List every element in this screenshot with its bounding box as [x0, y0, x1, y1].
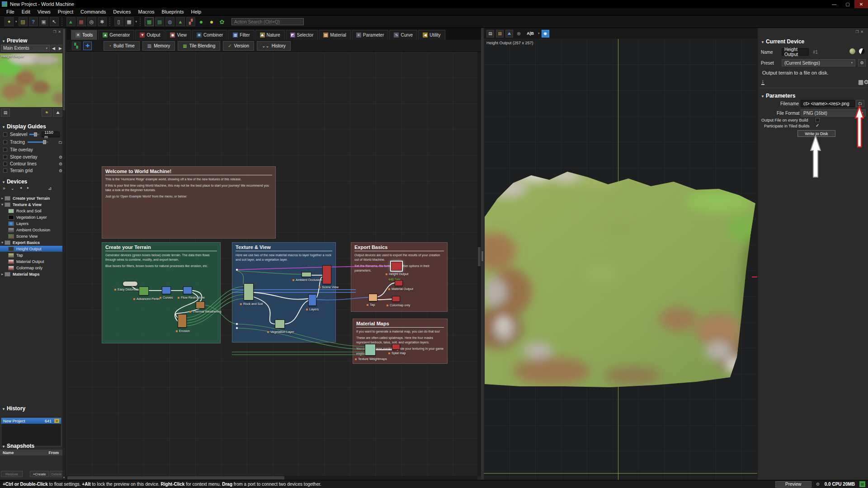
preview-thumbnail[interactable]: Height Output	[0, 53, 66, 107]
contour-lines-gear-icon[interactable]: ⚙	[59, 162, 62, 166]
preview-section-header[interactable]: ▼Preview	[2, 36, 27, 44]
tab-material[interactable]: ▨Material	[319, 30, 351, 40]
node-colormap-only[interactable]	[392, 296, 400, 302]
sealevel-checkbox[interactable]	[3, 132, 7, 136]
tree-item-vegetation-layer[interactable]: Vegetation Layer	[0, 214, 62, 220]
world-commands-button[interactable]: ✱	[98, 17, 107, 26]
node-vegetation-layer[interactable]	[275, 319, 285, 328]
tracing-checkbox[interactable]	[3, 140, 7, 144]
tree-item-layers[interactable]: Layers	[0, 221, 62, 226]
layout-graph-button[interactable]: ▩	[145, 17, 154, 26]
ab-caret-icon[interactable]: ▾	[538, 32, 540, 35]
menu-project[interactable]: Project	[54, 8, 77, 15]
resource-monitor-icon[interactable]: ▦	[859, 481, 865, 487]
layout-3d-button[interactable]: ▲	[176, 17, 185, 26]
snapshot-create-button[interactable]: +Create	[30, 471, 49, 477]
navigation-button[interactable]: ◎	[87, 17, 96, 26]
node-ambient-occlusion[interactable]	[302, 272, 311, 277]
devices-expand-all-icon[interactable]: »	[3, 186, 5, 191]
quad-layout-button[interactable]: ▦	[125, 17, 134, 26]
tree-item-export-basics[interactable]: ▾Export Basics	[0, 239, 62, 245]
parameters-header[interactable]: ▼Parameters	[761, 91, 795, 99]
layout-caret[interactable]: ▾	[136, 20, 137, 23]
tab-curve[interactable]: ∿Curve	[389, 30, 417, 40]
tree-item-ambient-occlusion[interactable]: Ambient Occlusion	[0, 227, 62, 233]
group-welcome[interactable]: Welcome to World Machine! This is the 'H…	[102, 166, 276, 239]
slope-overlay-gear-icon[interactable]: ⚙	[59, 155, 62, 160]
pointer-tool-button[interactable]: ↖	[50, 17, 59, 26]
tree-item-rock-and-soil[interactable]: Rock and Soil	[0, 208, 62, 214]
viewport-canvas[interactable]: Height Output (257 x 257)	[484, 39, 757, 480]
terrain-display-icon[interactable]: ⛰	[53, 108, 63, 117]
file-format-dropdown[interactable]: PNG (16bit)▾	[801, 109, 866, 117]
tab-selector[interactable]: ◩Selector	[286, 30, 318, 40]
menu-file[interactable]: File	[3, 8, 18, 15]
layout-globe-button[interactable]: ◍	[165, 17, 175, 26]
build-time-button[interactable]: ◔Build Time	[104, 41, 140, 51]
devices-next-icon[interactable]: ▸	[27, 186, 29, 191]
display-guides-header[interactable]: ▼Display Guides	[2, 122, 46, 130]
memory-button[interactable]: ▥Memory	[142, 41, 175, 51]
group-create-your-terrain[interactable]: Create your Terrain Generator devices (g…	[102, 242, 221, 343]
filename-input[interactable]: ct> <name>-<res>.png	[801, 100, 855, 107]
browse-folder-icon[interactable]: 🗀	[856, 100, 864, 107]
output-every-build-checkbox[interactable]	[816, 118, 820, 122]
tab-view[interactable]: ◉View	[165, 30, 191, 40]
sealevel-value-input[interactable]: 1150 m	[42, 131, 60, 137]
tab-parameter[interactable]: ≡Parameter	[352, 30, 389, 40]
graph-horizontal-scrollbar[interactable]	[66, 476, 477, 480]
node-scene-view[interactable]	[322, 265, 331, 284]
tiled-builds-checkbox[interactable]: ✓	[816, 123, 819, 128]
node-graph-canvas[interactable]: Welcome to World Machine! This is the 'H…	[66, 52, 477, 476]
preview-prev-button[interactable]: ◀	[51, 45, 57, 52]
tree-item-scene-view[interactable]: Scene View	[0, 233, 62, 239]
layout-tiled-button[interactable]: ▩	[155, 17, 164, 26]
tree-item-material-maps[interactable]: ▸Material Maps	[0, 271, 62, 277]
close-panel-icon[interactable]: ✕	[58, 30, 61, 34]
tiled-build-grid-icon[interactable]: ▦⚙	[858, 79, 868, 85]
panel-layout-button[interactable]: ▯	[114, 17, 123, 26]
current-device-header[interactable]: ▼Current Device	[761, 37, 804, 45]
terrain-grid-gear-icon[interactable]: ⚙	[59, 169, 62, 173]
device-world-icon[interactable]	[849, 48, 855, 54]
minimize-button[interactable]: —	[827, 0, 841, 8]
device-view-button[interactable]: ▦	[77, 17, 86, 26]
menu-views[interactable]: Views	[34, 8, 54, 15]
tile-overlay-checkbox[interactable]	[3, 148, 7, 152]
snapshot-restore-button[interactable]: Restore	[1, 471, 23, 477]
tab-filter[interactable]: ▥Filter	[228, 30, 254, 40]
close-panel-icon[interactable]: ✕	[860, 30, 863, 34]
node-texture-weightmaps[interactable]	[365, 344, 376, 356]
tracing-folder-icon[interactable]: 🗀	[58, 140, 62, 145]
terrain-grid-checkbox[interactable]	[3, 169, 7, 173]
history-header[interactable]: ▼History	[2, 404, 25, 412]
node-thermal-weathering[interactable]	[196, 301, 205, 309]
tab-output[interactable]: ▼Output	[135, 30, 165, 40]
lighting-icon[interactable]: ☀	[42, 108, 52, 117]
tab-utility[interactable]: ◀Utility	[418, 30, 445, 40]
preset-gear-icon[interactable]: ⚙	[858, 59, 866, 66]
tree-item-material-output[interactable]: Material Output	[0, 258, 62, 264]
export-download-icon[interactable]: ↓	[761, 79, 764, 85]
tracing-slider[interactable]	[28, 141, 48, 143]
tree-item-texture-and-view[interactable]: ▾Texture & View	[0, 202, 62, 207]
viewport-device-icon[interactable]: ▤	[486, 30, 494, 38]
tree-item-tap[interactable]: Tap	[0, 252, 62, 258]
tree-item-create-your-terrain[interactable]: ▸Create your Terrain	[0, 195, 62, 201]
menu-devices[interactable]: Devices	[109, 8, 134, 15]
node-flow-restructure[interactable]	[183, 286, 192, 294]
close-button[interactable]: ✕	[854, 0, 868, 8]
devices-section-header[interactable]: ▼Devices	[2, 177, 27, 185]
save-button[interactable]: ▣	[39, 17, 48, 26]
new-world-caret[interactable]: ▾	[15, 20, 17, 23]
node-material-output[interactable]	[395, 280, 403, 286]
preset-dropdown[interactable]: (Current Settings)▾	[782, 59, 855, 66]
maximize-button[interactable]: ▢	[841, 0, 854, 8]
graph-view-button[interactable]: ▲	[66, 17, 75, 26]
node-advanced-perlin[interactable]	[139, 286, 149, 296]
preview-extents-dropdown[interactable]: Main Extents▾	[1, 45, 50, 52]
contour-lines-checkbox[interactable]	[3, 162, 7, 166]
action-search-input[interactable]	[231, 18, 304, 25]
devices-filter-icon[interactable]: ⊿	[48, 186, 52, 191]
tree-item-colormap-only[interactable]: Colormap only	[0, 265, 62, 271]
